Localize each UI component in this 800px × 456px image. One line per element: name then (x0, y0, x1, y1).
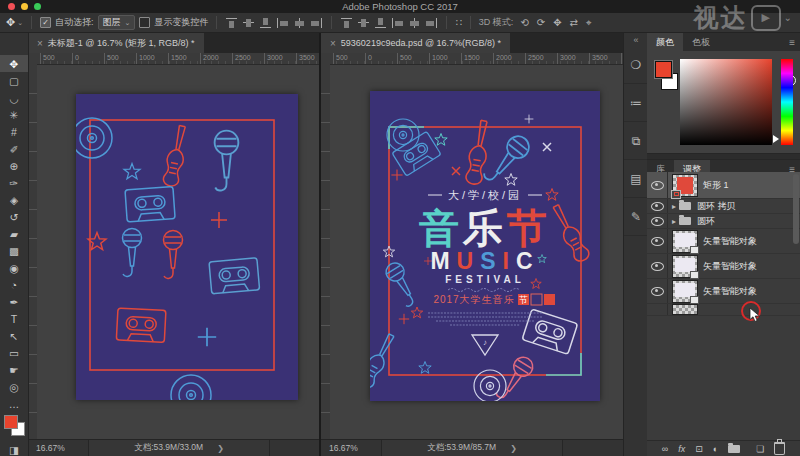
tool-clone-stamp[interactable]: ◈ (0, 191, 28, 208)
expand-group-icon[interactable]: ▸ (672, 202, 676, 211)
new-adjustment-layer-icon[interactable]: ◐ (713, 444, 718, 454)
document-size-info[interactable]: 文档:53.9M/33.0M ❯ (88, 440, 270, 456)
auto-select-checkbox[interactable]: ✓ (40, 17, 51, 28)
layer-row-group-ring[interactable]: ▸ 圆环 (647, 214, 800, 229)
document-tab-psd[interactable]: × 59360219c9eda.psd @ 16.7%(RGB/8) * (321, 33, 510, 53)
layers-scrollbar[interactable] (793, 174, 799, 244)
tab-swatches[interactable]: 色板 (683, 33, 719, 51)
distribute-top-icon[interactable] (340, 17, 353, 29)
layer-name[interactable]: 圆环 拷贝 (697, 200, 736, 213)
document-tab-untitled[interactable]: × 未标题-1 @ 16.7% (矩形 1, RGB/8) * (28, 33, 204, 53)
visibility-toggle[interactable] (647, 229, 668, 253)
tool-pen[interactable]: ✒ (0, 293, 28, 310)
tool-crop[interactable]: # (0, 123, 28, 140)
layer-thumbnail[interactable] (673, 175, 697, 196)
panel-history-icon[interactable]: ❍ (624, 46, 648, 84)
align-left-icon[interactable] (276, 17, 289, 29)
3d-orbit-icon[interactable]: ⟲ (520, 17, 528, 29)
visibility-toggle[interactable] (647, 254, 668, 278)
canvas-right[interactable]: 大/学/校/园 音乐节 MUSIC FESTIVAL 2017大学生音乐 节 (330, 65, 623, 440)
foreground-color-swatch[interactable] (655, 61, 672, 78)
new-group-icon[interactable] (728, 445, 740, 453)
distribute-right-icon[interactable] (425, 17, 438, 29)
tool-gradient[interactable]: ▩ (0, 242, 28, 259)
tool-eraser[interactable]: ▰ (0, 225, 28, 242)
layer-name[interactable]: 矢量智能对象 (703, 260, 757, 273)
tool-history-brush[interactable]: ↺ (0, 208, 28, 225)
distribute-vertical-center-icon[interactable] (357, 17, 370, 29)
current-tool-button[interactable]: ✥ ⌄ (6, 16, 23, 29)
layer-row-smart-object-2[interactable]: 矢量智能对象 (647, 254, 800, 279)
3d-zoom-icon[interactable]: ⌖ (586, 17, 592, 29)
visibility-toggle[interactable] (647, 279, 668, 303)
auto-select-target-dropdown[interactable]: 图层 ⌄ (98, 15, 136, 30)
tool-brush[interactable]: ✑ (0, 174, 28, 191)
tool-shape[interactable]: ▭ (0, 344, 28, 361)
align-bottom-icon[interactable] (259, 17, 272, 29)
tool-blur[interactable]: ◉ (0, 259, 28, 276)
tool-type[interactable]: T (0, 310, 28, 327)
canvas-left[interactable] (37, 65, 319, 440)
distribute-horizontal-center-icon[interactable] (408, 17, 421, 29)
tool-edit-toolbar[interactable]: … (0, 395, 28, 412)
layer-name[interactable]: 矢量智能对象 (703, 285, 757, 298)
3d-slide-icon[interactable]: ⇄ (570, 17, 578, 29)
align-right-icon[interactable] (310, 17, 323, 29)
distribute-bottom-icon[interactable] (374, 17, 387, 29)
tool-zoom[interactable]: ◎ (0, 378, 28, 395)
tool-path-select[interactable]: ↖ (0, 327, 28, 344)
distribute-left-icon[interactable] (391, 17, 404, 29)
link-layers-icon[interactable]: ∞ (662, 444, 668, 454)
expand-group-icon[interactable]: ▸ (672, 217, 676, 226)
zoom-level-field[interactable]: 16.67% (321, 443, 381, 453)
3d-roll-icon[interactable]: ⟳ (537, 17, 545, 29)
tool-move[interactable]: ✥ (0, 55, 28, 72)
layer-name[interactable]: 矢量智能对象 (703, 235, 757, 248)
expand-panels-icon[interactable]: « (624, 33, 648, 46)
layer-row-smart-object-3[interactable]: 矢量智能对象 (647, 279, 800, 304)
document-size-info[interactable]: 文档:53.9M/85.7M ❯ (381, 440, 563, 456)
tool-lasso[interactable]: ◡ (0, 89, 28, 106)
zoom-level-field[interactable]: 16.67% (28, 443, 88, 453)
tool-magic-wand[interactable]: ✳ (0, 106, 28, 123)
panel-info-icon[interactable]: ▤ (624, 160, 648, 198)
auto-align-icon[interactable]: ∷ (455, 17, 461, 28)
layer-row-group-ring-copy[interactable]: ▸ 圆环 拷贝 (647, 199, 800, 214)
close-tab-icon[interactable]: × (37, 38, 43, 49)
tool-hand[interactable]: ☛ (0, 361, 28, 378)
layer-name[interactable]: 圆环 (697, 215, 715, 228)
tool-dodge[interactable]: ◔ (0, 276, 28, 293)
panel-menu-icon[interactable]: ≡ (789, 33, 795, 51)
hue-slider[interactable] (781, 59, 793, 145)
align-top-icon[interactable] (225, 17, 238, 29)
layer-name[interactable]: 矩形 1 (703, 179, 729, 192)
quick-mask-button[interactable]: ◨ (0, 441, 28, 456)
layer-thumbnail[interactable] (673, 231, 697, 252)
delete-layer-icon[interactable] (774, 442, 785, 455)
visibility-toggle[interactable] (647, 199, 668, 213)
layer-thumbnail[interactable] (673, 256, 697, 277)
show-transform-checkbox[interactable] (139, 17, 150, 28)
tool-healing-brush[interactable]: ⊕ (0, 157, 28, 174)
layer-row-smart-object-1[interactable]: 矢量智能对象 (647, 229, 800, 254)
panel-properties-icon[interactable]: ≔ (624, 84, 648, 122)
visibility-toggle[interactable] (647, 172, 668, 198)
panel-clone-source-icon[interactable]: ⧉ (624, 122, 648, 160)
color-swatches[interactable] (4, 415, 24, 435)
panel-brush-settings-icon[interactable]: ✎ (624, 198, 648, 236)
saturation-brightness-field[interactable] (680, 59, 772, 145)
3d-pan-icon[interactable]: ✥ (553, 17, 561, 29)
foreground-color-swatch[interactable] (4, 415, 18, 429)
tab-color[interactable]: 颜色 (647, 33, 683, 51)
layer-thumbnail[interactable] (673, 281, 697, 302)
layer-row-partial[interactable] (647, 304, 800, 316)
align-horizontal-center-icon[interactable] (293, 17, 306, 29)
align-vertical-center-icon[interactable] (242, 17, 255, 29)
add-layer-mask-icon[interactable]: ⊡ (695, 444, 703, 454)
close-tab-icon[interactable]: × (330, 38, 336, 49)
visibility-toggle[interactable] (647, 214, 668, 228)
tool-eyedropper[interactable]: ✐ (0, 140, 28, 157)
new-layer-icon[interactable]: ❏ (756, 444, 764, 454)
layer-row-rectangle-1[interactable]: 矩形 1 (647, 172, 800, 199)
tool-marquee[interactable]: ▢ (0, 72, 28, 89)
